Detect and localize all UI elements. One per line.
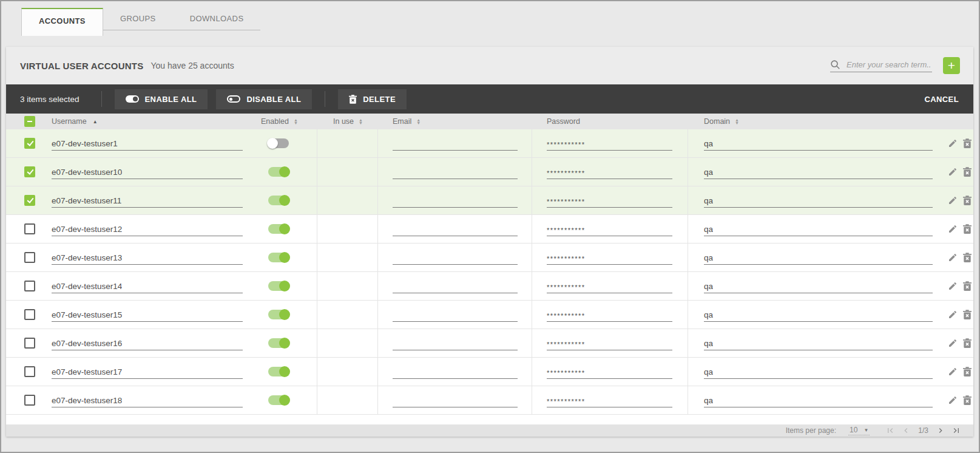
domain-field[interactable]: qa [704,307,933,322]
domain-field[interactable]: qa [704,136,933,151]
domain-field[interactable]: qa [704,364,933,379]
enabled-toggle[interactable] [268,395,289,405]
username-field[interactable]: e07-dev-testuser1 [52,136,243,151]
row-checkbox[interactable] [24,309,35,320]
username-field[interactable]: e07-dev-testuser15 [52,307,243,322]
delete-row-button[interactable] [963,167,973,177]
delete-row-button[interactable] [963,224,973,234]
enabled-toggle[interactable] [268,338,289,348]
next-page-button[interactable] [936,426,945,435]
row-checkbox[interactable] [24,195,35,206]
enable-all-button[interactable]: ENABLE ALL [115,89,208,109]
edit-row-button[interactable] [948,367,958,377]
row-checkbox[interactable] [24,395,35,406]
column-header-enabled[interactable]: Enabled▲▼ [261,117,298,126]
email-field[interactable] [393,165,518,179]
row-checkbox[interactable] [24,138,35,149]
row-checkbox[interactable] [24,223,35,234]
enabled-toggle[interactable] [268,196,289,205]
column-header-domain[interactable]: Domain▲▼ [704,117,739,126]
username-field[interactable]: e07-dev-testuser16 [52,336,243,350]
tab-groups[interactable]: GROUPS [103,8,173,30]
previous-page-button[interactable] [901,426,911,435]
edit-row-button[interactable] [948,167,958,177]
enabled-toggle[interactable] [268,167,289,177]
row-checkbox[interactable] [24,252,35,263]
column-header-in-use[interactable]: In use▲▼ [333,117,363,126]
delete-button[interactable]: DELETE [338,89,407,109]
password-field[interactable]: *********** [547,250,672,265]
delete-row-button[interactable] [963,310,973,320]
email-field[interactable] [393,250,518,265]
tab-accounts[interactable]: ACCOUNTS [21,8,103,36]
delete-row-button[interactable] [963,196,973,206]
row-checkbox[interactable] [24,166,35,177]
row-checkbox[interactable] [24,338,35,349]
delete-row-button[interactable] [963,281,973,291]
first-page-button[interactable] [885,426,895,435]
domain-field[interactable]: qa [704,393,933,407]
password-field[interactable]: *********** [547,279,672,293]
password-field[interactable]: *********** [547,364,672,379]
username-field[interactable]: e07-dev-testuser18 [52,393,243,407]
search-input[interactable] [845,60,932,70]
domain-field[interactable]: qa [704,250,933,265]
enabled-toggle[interactable] [268,253,289,262]
password-field[interactable]: *********** [547,336,672,350]
last-page-button[interactable] [951,426,961,435]
delete-row-button[interactable] [963,395,973,406]
items-per-page-select[interactable]: 10 ▼ [848,426,870,435]
domain-field[interactable]: qa [704,279,933,293]
disable-all-button[interactable]: DISABLE ALL [216,89,312,109]
edit-row-button[interactable] [948,138,958,149]
delete-row-button[interactable] [963,253,973,263]
edit-row-button[interactable] [948,310,958,320]
edit-row-button[interactable] [948,196,958,206]
password-field[interactable]: *********** [547,393,672,407]
domain-field[interactable]: qa [704,222,933,236]
delete-row-button[interactable] [963,367,973,377]
username-field[interactable]: e07-dev-testuser11 [52,193,243,208]
column-header-username[interactable]: Username▲ [52,117,98,126]
password-field[interactable]: *********** [547,136,672,151]
enabled-toggle[interactable] [268,224,289,234]
password-field[interactable]: *********** [547,307,672,322]
edit-row-button[interactable] [948,395,958,406]
password-field[interactable]: *********** [547,193,672,208]
username-field[interactable]: e07-dev-testuser13 [52,250,243,265]
enabled-toggle[interactable] [268,310,289,319]
username-field[interactable]: e07-dev-testuser10 [52,165,243,179]
add-account-button[interactable]: + [943,57,960,74]
enabled-toggle[interactable] [268,367,289,376]
email-field[interactable] [393,193,518,208]
domain-field[interactable]: qa [704,165,933,179]
edit-row-button[interactable] [948,224,958,234]
delete-row-button[interactable] [963,138,973,149]
password-field[interactable]: *********** [547,222,672,236]
email-field[interactable] [393,136,518,151]
cancel-button[interactable]: CANCEL [922,95,961,104]
delete-row-button[interactable] [963,338,973,349]
email-field[interactable] [393,222,518,236]
username-field[interactable]: e07-dev-testuser14 [52,279,243,293]
edit-row-button[interactable] [948,281,958,291]
enabled-toggle[interactable] [268,281,289,291]
email-field[interactable] [393,307,518,322]
row-checkbox[interactable] [24,366,35,377]
username-field[interactable]: e07-dev-testuser17 [52,364,243,379]
tab-downloads[interactable]: DOWNLOADS [173,8,261,30]
domain-field[interactable]: qa [704,193,933,208]
password-field[interactable]: *********** [547,165,672,179]
email-field[interactable] [393,364,518,379]
select-all-checkbox[interactable] [24,116,35,127]
row-checkbox[interactable] [24,281,35,291]
email-field[interactable] [393,393,518,407]
edit-row-button[interactable] [948,253,958,263]
enabled-toggle[interactable] [268,138,289,148]
domain-field[interactable]: qa [704,336,933,350]
username-field[interactable]: e07-dev-testuser12 [52,222,243,236]
column-header-email[interactable]: Email▲▼ [393,117,421,126]
email-field[interactable] [393,336,518,350]
email-field[interactable] [393,279,518,293]
edit-row-button[interactable] [948,338,958,349]
